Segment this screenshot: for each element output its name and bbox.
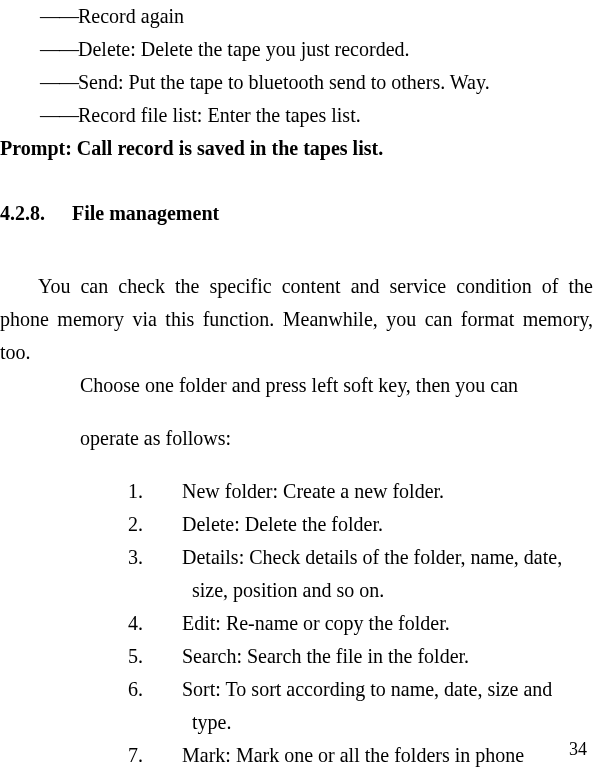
section-title: File management	[72, 197, 219, 230]
intro-text: You can check the specific content and s…	[0, 275, 593, 363]
dash-prefix: ——	[40, 71, 78, 93]
dash-text: Send: Put the tape to bluetooth send to …	[78, 71, 490, 93]
dash-prefix: ——	[40, 104, 78, 126]
list-item: 4.Edit: Re-name or copy the folder.	[160, 607, 593, 640]
dash-prefix: ——	[40, 38, 78, 60]
page-number: 34	[569, 735, 587, 765]
list-text: Delete: Delete the folder.	[182, 513, 383, 535]
choose-line1: Choose one folder and press left soft ke…	[80, 374, 518, 396]
list-item: 7.Mark: Mark one or all the folders in p…	[160, 739, 593, 769]
list-text: Details: Check details of the folder, na…	[182, 546, 562, 601]
dash-item-delete: ——Delete: Delete the tape you just recor…	[40, 33, 593, 66]
choose-paragraph: Choose one folder and press left soft ke…	[80, 369, 593, 402]
list-text: Mark: Mark one or all the folders in pho…	[182, 744, 524, 769]
list-item: 5.Search: Search the file in the folder.	[160, 640, 593, 673]
dash-text: Record again	[78, 5, 184, 27]
choose-paragraph-2: operate as follows:	[80, 422, 593, 455]
dash-item-record-file-list: ——Record file list: Enter the tapes list…	[40, 99, 593, 132]
list-text: New folder: Create a new folder.	[182, 480, 444, 502]
list-item: 6.Sort: To sort according to name, date,…	[160, 673, 593, 739]
list-text: Sort: To sort according to name, date, s…	[182, 678, 552, 733]
list-text: Search: Search the file in the folder.	[182, 645, 469, 667]
list-text: Edit: Re-name or copy the folder.	[182, 612, 450, 634]
dash-text: Delete: Delete the tape you just recorde…	[78, 38, 410, 60]
dash-item-send: ——Send: Put the tape to bluetooth send t…	[40, 66, 593, 99]
dash-text: Record file list: Enter the tapes list.	[78, 104, 361, 126]
list-item: 1.New folder: Create a new folder.	[160, 475, 593, 508]
section-number: 4.2.8.	[0, 197, 45, 230]
dash-prefix: ——	[40, 5, 78, 27]
section-heading: 4.2.8. File management	[0, 197, 593, 230]
list-item: 3.Details: Check details of the folder, …	[160, 541, 593, 607]
intro-paragraph: You can check the specific content and s…	[0, 270, 593, 369]
list-item: 2.Delete: Delete the folder.	[160, 508, 593, 541]
prompt-line: Prompt: Call record is saved in the tape…	[0, 132, 593, 165]
dash-item-record-again: ——Record again	[40, 0, 593, 33]
